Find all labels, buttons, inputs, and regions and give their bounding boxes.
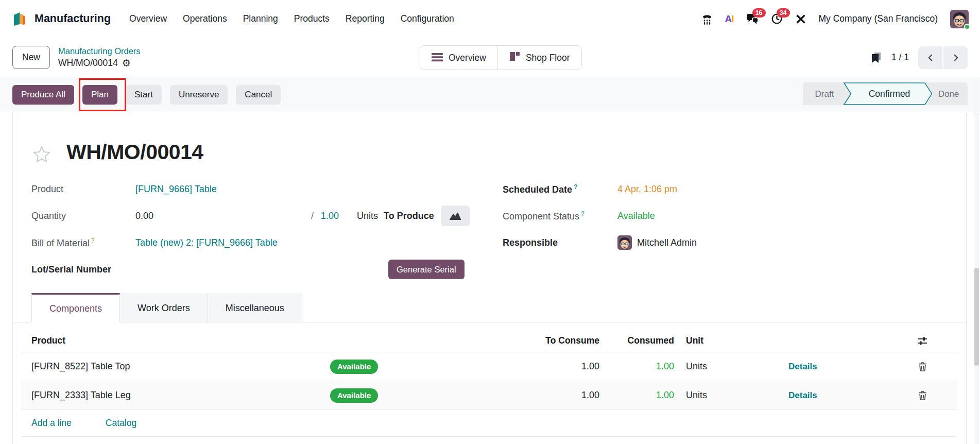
- page: Manufacturing Overview Operations Planni…: [0, 0, 980, 444]
- start-button[interactable]: Start: [126, 85, 162, 105]
- product-label: Product: [31, 184, 135, 195]
- delete-row-button[interactable]: [907, 362, 938, 371]
- scheduled-date-value[interactable]: 4 Apr, 1:06 pm: [617, 184, 677, 195]
- quantity-value[interactable]: 0.00: [135, 211, 311, 221]
- lot-serial-label: Lot/Serial Number: [31, 264, 135, 275]
- pager: 1 / 1: [870, 46, 968, 69]
- ai-icon[interactable]: AI: [725, 13, 734, 25]
- component-status-row: Component Status? Available: [503, 202, 832, 229]
- breadcrumb: Manufacturing Orders WH/MO/00014 ⚙: [58, 46, 141, 69]
- product-value[interactable]: [FURN_9666] Table: [135, 184, 217, 195]
- messages-icon[interactable]: 16: [746, 13, 759, 25]
- tab-work-orders[interactable]: Work Orders: [120, 294, 208, 322]
- cancel-button[interactable]: Cancel: [236, 85, 281, 105]
- row-product[interactable]: [FURN_2333] Table Leg: [21, 390, 330, 401]
- row-product[interactable]: [FURN_8522] Table Top: [21, 361, 330, 372]
- right-fields: Scheduled Date? 4 Apr, 1:06 pm Component…: [503, 176, 832, 256]
- bom-field-row: Bill of Material? Table (new) 2: [FURN_9…: [31, 229, 495, 256]
- row-consumed[interactable]: 1.00: [599, 390, 674, 401]
- row-consumed[interactable]: 1.00: [599, 361, 674, 372]
- component-status-value: Available: [617, 211, 655, 221]
- help-icon[interactable]: ?: [581, 210, 584, 217]
- quantity-total[interactable]: 1.00: [321, 211, 339, 221]
- menu-reporting[interactable]: Reporting: [346, 13, 385, 24]
- add-a-line-link[interactable]: Add a line: [21, 418, 72, 429]
- new-button[interactable]: New: [12, 46, 50, 69]
- scheduled-date-row: Scheduled Date? 4 Apr, 1:06 pm: [503, 176, 832, 202]
- row-to-consume[interactable]: 1.00: [454, 361, 599, 372]
- tab-miscellaneous[interactable]: Miscellaneous: [208, 294, 302, 322]
- shop-floor-view-button[interactable]: Shop Floor: [497, 46, 581, 70]
- view-switcher: Overview Shop Floor: [420, 45, 582, 70]
- kanban-icon: [509, 51, 520, 64]
- tools-icon[interactable]: [795, 13, 806, 25]
- row-unit: Units: [674, 390, 732, 401]
- breadcrumb-current: WH/MO/00014 ⚙: [58, 57, 141, 69]
- availability-badge: Available: [330, 388, 378, 403]
- forecast-button[interactable]: [441, 206, 470, 226]
- menu-planning[interactable]: Planning: [243, 13, 278, 24]
- stage-confirmed-label[interactable]: Confirmed: [869, 89, 910, 99]
- header-consumed[interactable]: Consumed: [599, 335, 674, 346]
- row-to-consume[interactable]: 1.00: [454, 390, 599, 401]
- pager-next-button[interactable]: [943, 46, 968, 69]
- app-icon[interactable]: [11, 11, 28, 27]
- lot-field-row: Lot/Serial Number Generate Serial: [31, 256, 495, 283]
- pager-previous-button[interactable]: [918, 46, 942, 69]
- delete-row-button[interactable]: [907, 390, 938, 400]
- quantity-field-row: Quantity 0.00 / 1.00 Units To Produce: [31, 202, 495, 229]
- quantity-label: Quantity: [31, 211, 135, 221]
- star-icon[interactable]: [32, 145, 51, 166]
- menu-operations[interactable]: Operations: [183, 13, 227, 24]
- details-link[interactable]: Details: [788, 362, 817, 371]
- availability-badge: Available: [330, 360, 378, 374]
- plan-button[interactable]: Plan: [82, 85, 117, 105]
- company-switcher[interactable]: My Company (San Francisco): [819, 13, 938, 24]
- produce-all-button[interactable]: Produce All: [12, 85, 74, 105]
- hamburger-icon: [432, 51, 443, 65]
- scrollbar-thumb[interactable]: [974, 268, 979, 366]
- optional-columns-button[interactable]: [907, 336, 938, 346]
- phone-icon[interactable]: [701, 13, 713, 25]
- app-name[interactable]: Manufacturing: [35, 12, 111, 25]
- details-link[interactable]: Details: [788, 390, 817, 400]
- responsible-value: Mitchell Admin: [637, 237, 697, 248]
- table-header: Product To Consume Consumed Unit: [21, 330, 957, 352]
- generate-serial-button[interactable]: Generate Serial: [388, 260, 465, 279]
- activities-icon[interactable]: 34: [771, 13, 783, 25]
- breadcrumb-parent[interactable]: Manufacturing Orders: [58, 46, 141, 57]
- table-row[interactable]: [FURN_2333] Table Leg Available 1.00 1.0…: [21, 381, 957, 410]
- menu-configuration[interactable]: Configuration: [401, 13, 454, 24]
- online-status-dot: [964, 24, 970, 30]
- scrollbar-track[interactable]: [974, 77, 979, 444]
- menu-products[interactable]: Products: [294, 13, 330, 24]
- table-footer: Add a line Catalog: [21, 410, 957, 437]
- gear-icon[interactable]: ⚙: [122, 58, 131, 68]
- bom-label: Bill of Material?: [31, 237, 135, 249]
- stage-done-label[interactable]: Done: [938, 89, 959, 99]
- menu-overview[interactable]: Overview: [129, 13, 167, 24]
- header-product[interactable]: Product: [21, 335, 330, 346]
- scheduled-date-label: Scheduled Date?: [503, 183, 617, 195]
- help-icon[interactable]: ?: [91, 237, 95, 244]
- topbar-right: AI 16 34: [701, 10, 969, 28]
- record-title: WH/MO/00014: [66, 140, 203, 164]
- tab-components[interactable]: Components: [31, 293, 120, 322]
- responsible-row: Responsible Mitchell Admin: [503, 229, 832, 256]
- stage-draft-label[interactable]: Draft: [815, 89, 834, 99]
- bookmark-icon[interactable]: [870, 52, 882, 63]
- header-to-consume[interactable]: To Consume: [454, 335, 599, 346]
- overview-view-button[interactable]: Overview: [420, 46, 497, 70]
- bom-value[interactable]: Table (new) 2: [FURN_9666] Table: [135, 237, 278, 248]
- responsible-value-wrap[interactable]: Mitchell Admin: [617, 235, 697, 250]
- statusbar-buttons: Produce All Plan Start Unreserve Cancel …: [0, 77, 980, 112]
- unreserve-button[interactable]: Unreserve: [170, 85, 228, 105]
- top-menu: Overview Operations Planning Products Re…: [129, 13, 454, 24]
- quantity-unit: Units: [357, 211, 378, 221]
- help-icon[interactable]: ?: [574, 183, 577, 191]
- header-unit[interactable]: Unit: [674, 335, 732, 346]
- components-table: Product To Consume Consumed Unit [FURN_8…: [21, 330, 957, 437]
- table-row[interactable]: [FURN_8522] Table Top Available 1.00 1.0…: [21, 352, 957, 381]
- user-avatar[interactable]: [950, 10, 969, 28]
- catalog-link[interactable]: Catalog: [106, 418, 136, 429]
